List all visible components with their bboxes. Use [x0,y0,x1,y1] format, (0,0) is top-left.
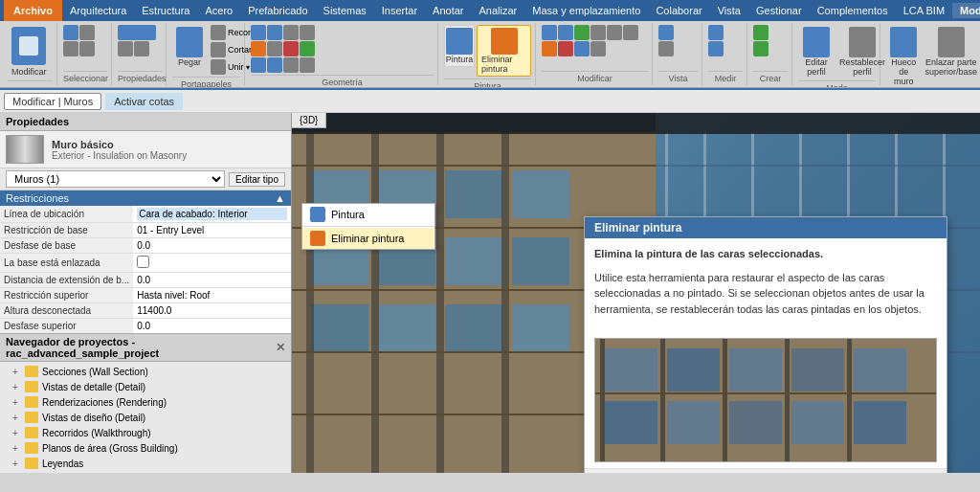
prop-input-0[interactable] [137,208,287,220]
project-nav-close[interactable]: ✕ [276,341,285,354]
nav-item-6[interactable]: + Leyendas [0,456,291,471]
prop-icon-3[interactable] [134,41,149,56]
restricciones-expand-icon[interactable]: ▲ [275,192,285,204]
geo-icon-11[interactable] [283,57,299,73]
mod-icon-5[interactable] [607,25,622,40]
nav-item-5[interactable]: + Planos de área (Gross Building) [0,440,291,456]
dropdown-eliminar-pintura[interactable]: Eliminar pintura [302,228,434,249]
medir-icon-2[interactable] [708,41,724,56]
tab-activar-cotas[interactable]: Activar cotas [105,93,183,110]
cortar-icon [211,42,226,57]
tab-modificar-muros[interactable]: Modificar | Muros [4,93,101,110]
pintura-btn[interactable]: Pintura [444,25,475,67]
prop-value-3[interactable] [133,254,291,273]
vista-icon[interactable] [658,25,674,40]
crear-icon-2[interactable] [753,41,768,56]
seleccionar-icon-4[interactable] [79,41,95,56]
mod-icon-4[interactable] [590,25,606,40]
geo-icon-3[interactable] [283,25,299,40]
geo-icon-6[interactable] [267,41,282,56]
restablecer-perfil-btn[interactable]: Restablecer perfil [836,25,888,78]
mod-icon-2[interactable] [558,25,573,40]
menu-arquitectura[interactable]: Arquitectura [62,3,134,18]
mod-icon-7[interactable] [542,41,557,56]
prop-value-6: 11400.0 [133,303,291,319]
vista-icon-2[interactable] [658,41,674,56]
mod-icon-10[interactable] [590,41,606,56]
menu-lca[interactable]: LCA BIM [896,3,952,18]
menu-acero[interactable]: Acero [197,3,240,18]
medir-icon-1[interactable] [708,25,724,40]
nav-expand-0[interactable]: + [10,366,21,377]
mod-icon-1[interactable] [542,25,557,40]
geo-icon-8[interactable] [300,41,315,56]
geo-icon-7[interactable] [283,41,299,56]
nav-item-1[interactable]: + Vistas de detalle (Detail) [0,379,291,394]
geometria-label: Geometría [251,75,434,87]
paint-dropdown: Pintura Eliminar pintura [301,203,435,250]
nav-item-3[interactable]: + Vistas de diseño (Detail) [0,410,291,425]
geo-icon-9[interactable] [251,57,266,73]
dropdown-pintura[interactable]: Pintura [302,204,434,225]
dropdown-pintura-label: Pintura [331,209,365,220]
menu-masa[interactable]: Masa y emplazamiento [524,3,648,18]
prop-checkbox-3[interactable] [137,256,149,268]
edit-tipo-btn[interactable]: Editar tipo [229,172,285,187]
table-row: Altura desconectada 11400.0 [0,303,291,319]
menu-gestionar[interactable]: Gestionar [748,3,810,18]
nav-expand-3[interactable]: + [10,412,21,423]
crear-icon-1[interactable] [753,25,768,40]
eliminar-pintura-icon [491,28,518,55]
svg-rect-9 [512,237,569,285]
menu-estructura[interactable]: Estructura [134,3,197,18]
properties-scroll[interactable]: Línea de ubicación Restricción de base 0… [0,206,291,333]
menu-colaborar[interactable]: Colaborar [648,3,709,18]
menu-prefabricado[interactable]: Prefabricado [240,3,315,18]
project-nav-title: Navegador de proyectos - rac_advanced_sa… [6,336,276,359]
nav-item-2[interactable]: + Renderizaciones (Rendering) [0,394,291,410]
menu-anotar[interactable]: Anotar [425,3,471,18]
nav-expand-4[interactable]: + [10,427,21,438]
svg-rect-46 [605,401,657,444]
propiedades-icon[interactable] [118,25,156,40]
tooltip-image-svg [595,339,936,461]
hueco-muro-btn[interactable]: Hueco de muro [886,25,921,88]
seleccionar-icon-1[interactable] [63,25,78,40]
modificar-main-btn[interactable]: Modificar [8,25,51,78]
mod-icon-6[interactable] [623,25,638,40]
pegar-btn[interactable]: Pegar [172,25,207,69]
geo-icon-2[interactable] [267,25,282,40]
editar-perfil-btn[interactable]: Editar perfil [798,25,835,78]
prop-value-0[interactable] [133,206,291,223]
menu-analizar[interactable]: Analizar [472,3,525,18]
menu-modificar-muros[interactable]: Modificar | Muros [952,3,980,18]
seleccionar-icon-3[interactable] [63,41,78,56]
nav-expand-2[interactable]: + [10,396,21,408]
geo-icon-10[interactable] [267,57,282,73]
enlazar-parte-btn[interactable]: Enlazar parte superior/base [923,25,979,88]
mod-icon-8[interactable] [558,41,573,56]
nav-item-4[interactable]: + Recorridos (Walkthrough) [0,425,291,440]
menu-complementos[interactable]: Complementos [810,3,896,18]
ribbon-group-seleccionar: Seleccionar [59,23,112,85]
nav-expand-1[interactable]: + [10,381,21,392]
geo-icon-4[interactable] [300,25,315,40]
geo-icon-12[interactable] [300,57,315,73]
menu-sistemas[interactable]: Sistemas [316,3,374,18]
mod-icon-9[interactable] [574,41,590,56]
geo-icon-5[interactable] [251,41,266,56]
eliminar-pintura-ribbon-btn[interactable]: Eliminar pintura [477,25,531,77]
geo-icon-1[interactable] [251,25,266,40]
nav-item-0[interactable]: + Secciones (Wall Section) [0,364,291,379]
restricciones-label: Restricciones [6,192,69,204]
mod-icon-3[interactable] [574,25,590,40]
prop-icon-2[interactable] [118,41,133,56]
menu-vista[interactable]: Vista [710,3,748,18]
nav-expand-5[interactable]: + [10,442,21,454]
toolbar-strip: Modificar | Muros Activar cotas [0,90,980,113]
seleccionar-icon-2[interactable] [79,25,95,40]
nav-expand-6[interactable]: + [10,458,21,469]
menu-insertar[interactable]: Insertar [374,3,425,18]
muros-dropdown[interactable]: Muros (1) [6,170,225,188]
archivo-menu[interactable]: Archivo [4,0,62,21]
